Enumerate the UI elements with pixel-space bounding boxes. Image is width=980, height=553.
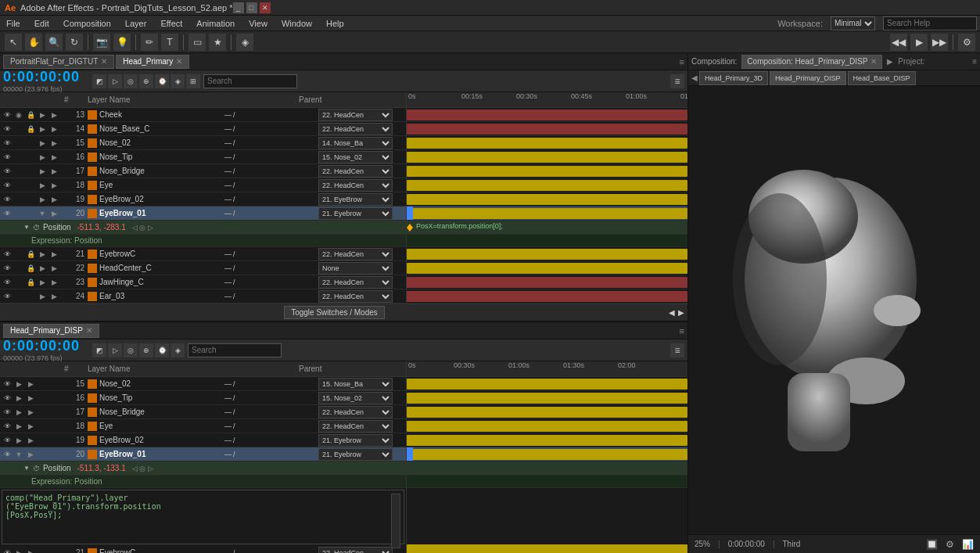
- layer-19-eye[interactable]: 👁: [2, 194, 13, 205]
- blayer-16-expand[interactable]: ▶: [13, 393, 24, 404]
- layer-21-expand2[interactable]: ▶: [48, 249, 59, 260]
- layer-24-expand2[interactable]: ▶: [48, 291, 59, 302]
- layer-22-lock[interactable]: 🔒: [25, 263, 36, 274]
- layer-18-eye[interactable]: 👁: [2, 180, 13, 191]
- bottom-panel-menu[interactable]: ≡: [680, 326, 684, 336]
- workspace-select[interactable]: Minimal: [831, 16, 875, 31]
- expr-code-textarea[interactable]: comp("Head_Primary").layer ("EyeBrow_01"…: [5, 494, 400, 540]
- blayer-19-parent-select[interactable]: 21. Eyebrow: [318, 434, 393, 447]
- blayer-19-eye[interactable]: 👁: [2, 435, 13, 446]
- s16-1[interactable]: —: [224, 153, 232, 161]
- layer-15-parent-select[interactable]: 14. Nose_Ba: [318, 137, 393, 149]
- blayer-18-expand[interactable]: ▶: [13, 421, 24, 432]
- tool-select[interactable]: ↖: [5, 34, 22, 51]
- layer-22-solo[interactable]: [13, 263, 24, 274]
- menu-file[interactable]: File: [3, 19, 23, 28]
- tab-head-primary-disp[interactable]: Composition: Head_Primary_DISP ✕: [741, 55, 882, 69]
- bottom-tool-6[interactable]: ◈: [171, 343, 185, 357]
- tool-settings[interactable]: ⚙: [958, 34, 975, 51]
- layer-14-expand[interactable]: ▶: [37, 124, 48, 135]
- blayer-21-parent-select[interactable]: 22. HeadCen: [318, 547, 393, 554]
- tab-head-primary-disp-2[interactable]: Head_Primary_DISP: [770, 71, 846, 85]
- bposition-row[interactable]: ▼ ⏱ Position -511.3, -133.1 ◁ ◎ ▷: [0, 461, 406, 476]
- tool-text[interactable]: T: [161, 34, 178, 51]
- bs19-2[interactable]: /: [233, 436, 235, 444]
- tool-shape-rect[interactable]: ▭: [188, 34, 206, 51]
- layer-20-expand[interactable]: ▼: [37, 208, 48, 219]
- layer-row-15[interactable]: 👁 ▶ ▶ 15 Nose_02 — /: [0, 136, 406, 150]
- minimize-button[interactable]: _: [233, 2, 244, 13]
- blayer-17-eye[interactable]: 👁: [2, 407, 13, 418]
- bs21-1[interactable]: —: [224, 549, 232, 554]
- blayer-16-eye[interactable]: 👁: [2, 393, 13, 404]
- tab-head-close[interactable]: ✕: [176, 57, 182, 66]
- tool-camera[interactable]: 📷: [93, 34, 110, 51]
- expr-scrollbar[interactable]: [391, 494, 400, 548]
- layer-15-expand[interactable]: ▶: [37, 138, 48, 149]
- layer-14-parent-select[interactable]: 22. HeadCen: [318, 123, 393, 135]
- layer-13-eye[interactable]: 👁: [2, 110, 13, 120]
- layer-row-13[interactable]: 👁 ◉ 🔒 ▶ ▶ 13 Cheek — /: [0, 108, 406, 122]
- blayer-17-expand[interactable]: ▶: [13, 407, 24, 418]
- layer-14-eye[interactable]: 👁: [2, 124, 13, 135]
- blayer-16-expand2[interactable]: ▶: [25, 393, 36, 404]
- blayer-19-expand2[interactable]: ▶: [25, 435, 36, 446]
- blayer-row-20[interactable]: 👁 ▼ ▶ 20 EyeBrow_01 — /: [0, 447, 406, 461]
- blayer-19-expand[interactable]: ▶: [13, 435, 24, 446]
- tool-shape-star[interactable]: ★: [209, 34, 226, 51]
- status-icon-3[interactable]: 📊: [962, 539, 974, 550]
- bs18-2[interactable]: /: [233, 422, 235, 430]
- layer-21-lock[interactable]: 🔒: [25, 249, 36, 260]
- blayer-row-19[interactable]: 👁 ▶ ▶ 19 EyeBrow_02 — /: [0, 433, 406, 447]
- layer-15-lock[interactable]: [25, 138, 36, 149]
- top-tool-3[interactable]: ◎: [124, 74, 138, 88]
- layer-17-eye[interactable]: 👁: [2, 166, 13, 177]
- tab-head-disp-close[interactable]: ✕: [86, 326, 92, 335]
- layer-23-lock[interactable]: 🔒: [25, 277, 36, 288]
- layer-19-expand[interactable]: ▶: [37, 194, 48, 205]
- layer-20-solo[interactable]: [13, 208, 24, 219]
- layer-23-expand2[interactable]: ▶: [48, 277, 59, 288]
- blayer-21-expand2[interactable]: ▶: [25, 548, 36, 554]
- menu-composition[interactable]: Composition: [60, 19, 114, 28]
- layer-24-expand[interactable]: ▶: [37, 291, 48, 302]
- menu-help[interactable]: Help: [323, 19, 347, 28]
- layer-row-18[interactable]: 👁 ▶ ▶ 18 Eye — /: [0, 178, 406, 192]
- layer-24-solo[interactable]: [13, 291, 24, 302]
- layer-24-lock[interactable]: [25, 291, 36, 302]
- bottom-tool-5[interactable]: ⌚: [155, 343, 169, 357]
- menu-layer[interactable]: Layer: [122, 19, 150, 28]
- s20-2[interactable]: /: [233, 210, 235, 217]
- s20-1[interactable]: —: [224, 210, 232, 217]
- layer-21-solo[interactable]: [13, 249, 24, 260]
- bottom-panel-options[interactable]: ≡: [670, 343, 684, 357]
- layer-23-parent-select[interactable]: 22. HeadCen: [318, 276, 393, 289]
- layer-17-expand2[interactable]: ▶: [48, 166, 59, 177]
- s14-1[interactable]: —: [224, 125, 232, 133]
- layer-15-expand2[interactable]: ▶: [48, 138, 59, 149]
- tool-light[interactable]: 💡: [113, 34, 131, 51]
- blayer-17-parent-select[interactable]: 22. HeadCen: [318, 406, 393, 418]
- layer-16-parent-select[interactable]: 15. Nose_02: [318, 151, 393, 163]
- layer-23-expand[interactable]: ▶: [37, 277, 48, 288]
- layer-17-parent-select[interactable]: 22. HeadCen: [318, 165, 393, 178]
- s19-1[interactable]: —: [224, 196, 232, 203]
- menu-animation[interactable]: Animation: [193, 19, 238, 28]
- bs16-2[interactable]: /: [233, 394, 235, 402]
- layer-21-expand[interactable]: ▶: [37, 249, 48, 260]
- s24-2[interactable]: /: [233, 293, 235, 300]
- bottom-tool-4[interactable]: ⊕: [139, 343, 153, 357]
- blayer-15-expand[interactable]: ▶: [13, 379, 24, 390]
- bs17-2[interactable]: /: [233, 408, 235, 416]
- tab-portrait-flat[interactable]: PortraitFlat_For_DIGTUT ✕: [3, 55, 114, 69]
- tab-head-base-disp[interactable]: Head_Base_DISP: [848, 71, 916, 85]
- layer-24-parent-select[interactable]: 22. HeadCen: [318, 290, 393, 303]
- layer-18-lock[interactable]: [25, 180, 36, 191]
- tab-head-disp[interactable]: Head_Primary_DISP ✕: [3, 324, 99, 338]
- layer-17-expand[interactable]: ▶: [37, 166, 48, 177]
- blayer-row-15[interactable]: 👁 ▶ ▶ 15 Nose_02 — /: [0, 377, 406, 391]
- top-panel-options[interactable]: ≡: [670, 74, 684, 88]
- layer-20-expand2[interactable]: ▶: [48, 208, 59, 219]
- layer-13-solo[interactable]: ◉: [13, 110, 24, 120]
- blayer-20-expand2[interactable]: ▶: [25, 449, 36, 460]
